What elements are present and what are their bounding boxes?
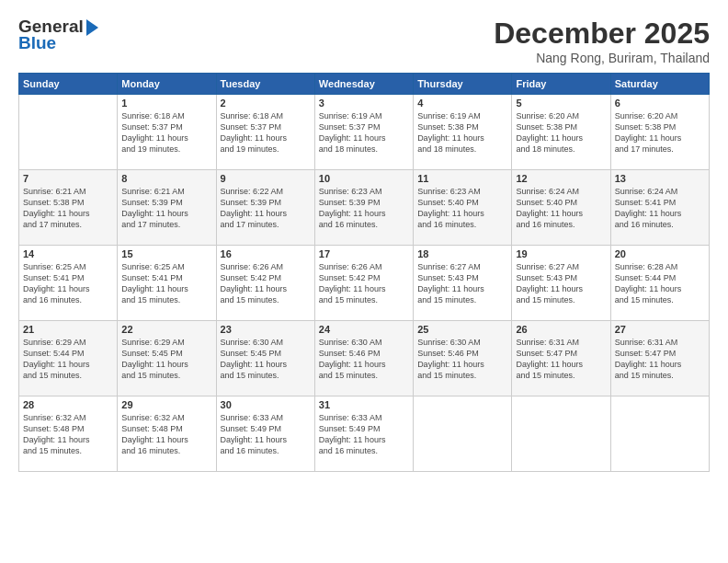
calendar-cell: 2Sunrise: 6:18 AM Sunset: 5:37 PM Daylig… (216, 95, 314, 170)
day-number: 24 (319, 324, 409, 335)
day-info: Sunrise: 6:18 AM Sunset: 5:37 PM Dayligh… (121, 110, 211, 155)
calendar-cell: 21Sunrise: 6:29 AM Sunset: 5:44 PM Dayli… (19, 321, 118, 396)
day-info: Sunrise: 6:27 AM Sunset: 5:43 PM Dayligh… (516, 261, 606, 306)
day-number: 14 (23, 248, 113, 259)
calendar-cell: 11Sunrise: 6:23 AM Sunset: 5:40 PM Dayli… (414, 170, 512, 246)
day-header-monday: Monday (118, 74, 216, 95)
calendar-cell: 8Sunrise: 6:21 AM Sunset: 5:39 PM Daylig… (118, 170, 216, 246)
page: General Blue December 2025 Nang Rong, Bu… (0, 0, 728, 563)
calendar-body: 1Sunrise: 6:18 AM Sunset: 5:37 PM Daylig… (19, 95, 710, 472)
day-info: Sunrise: 6:31 AM Sunset: 5:47 PM Dayligh… (615, 337, 705, 382)
header-row: SundayMondayTuesdayWednesdayThursdayFrid… (19, 74, 710, 95)
calendar-cell: 31Sunrise: 6:33 AM Sunset: 5:49 PM Dayli… (314, 396, 413, 472)
day-info: Sunrise: 6:20 AM Sunset: 5:38 PM Dayligh… (516, 110, 606, 155)
calendar-cell (19, 95, 118, 170)
calendar-cell (610, 396, 709, 472)
calendar-cell: 24Sunrise: 6:30 AM Sunset: 5:46 PM Dayli… (314, 321, 413, 396)
day-info: Sunrise: 6:28 AM Sunset: 5:44 PM Dayligh… (615, 261, 705, 306)
calendar-cell: 10Sunrise: 6:23 AM Sunset: 5:39 PM Dayli… (314, 170, 413, 246)
calendar-cell: 20Sunrise: 6:28 AM Sunset: 5:44 PM Dayli… (610, 246, 709, 321)
calendar-cell: 25Sunrise: 6:30 AM Sunset: 5:46 PM Dayli… (414, 321, 512, 396)
day-number: 25 (417, 324, 507, 335)
day-number: 26 (516, 324, 606, 335)
day-number: 23 (221, 324, 311, 335)
day-header-sunday: Sunday (19, 74, 118, 95)
day-number: 7 (23, 173, 113, 184)
day-info: Sunrise: 6:24 AM Sunset: 5:40 PM Dayligh… (516, 186, 606, 231)
calendar-cell: 22Sunrise: 6:29 AM Sunset: 5:45 PM Dayli… (118, 321, 216, 396)
day-number: 29 (121, 399, 211, 410)
week-row-3: 14Sunrise: 6:25 AM Sunset: 5:41 PM Dayli… (19, 246, 710, 321)
day-number: 10 (319, 173, 409, 184)
calendar-cell: 29Sunrise: 6:32 AM Sunset: 5:48 PM Dayli… (118, 396, 216, 472)
calendar-cell: 27Sunrise: 6:31 AM Sunset: 5:47 PM Dayli… (610, 321, 709, 396)
day-number: 28 (23, 399, 113, 410)
day-number: 13 (615, 173, 705, 184)
week-row-2: 7Sunrise: 6:21 AM Sunset: 5:38 PM Daylig… (19, 170, 710, 246)
calendar-cell: 3Sunrise: 6:19 AM Sunset: 5:37 PM Daylig… (314, 95, 413, 170)
calendar-cell: 9Sunrise: 6:22 AM Sunset: 5:39 PM Daylig… (216, 170, 314, 246)
day-header-wednesday: Wednesday (314, 74, 413, 95)
day-number: 11 (417, 173, 507, 184)
day-number: 15 (121, 248, 211, 259)
day-info: Sunrise: 6:33 AM Sunset: 5:49 PM Dayligh… (319, 412, 409, 457)
day-number: 1 (121, 98, 211, 109)
day-number: 19 (516, 248, 606, 259)
calendar-cell: 7Sunrise: 6:21 AM Sunset: 5:38 PM Daylig… (19, 170, 118, 246)
calendar-cell: 5Sunrise: 6:20 AM Sunset: 5:38 PM Daylig… (512, 95, 610, 170)
calendar-cell: 26Sunrise: 6:31 AM Sunset: 5:47 PM Dayli… (512, 321, 610, 396)
calendar-cell: 12Sunrise: 6:24 AM Sunset: 5:40 PM Dayli… (512, 170, 610, 246)
calendar-cell (512, 396, 610, 472)
calendar-cell: 14Sunrise: 6:25 AM Sunset: 5:41 PM Dayli… (19, 246, 118, 321)
day-header-tuesday: Tuesday (216, 74, 314, 95)
logo: General Blue (18, 17, 98, 53)
day-info: Sunrise: 6:26 AM Sunset: 5:42 PM Dayligh… (319, 261, 409, 306)
day-info: Sunrise: 6:32 AM Sunset: 5:48 PM Dayligh… (23, 412, 113, 457)
day-header-friday: Friday (512, 74, 610, 95)
day-number: 5 (516, 98, 606, 109)
header: General Blue December 2025 Nang Rong, Bu… (18, 17, 710, 65)
day-info: Sunrise: 6:25 AM Sunset: 5:41 PM Dayligh… (121, 261, 211, 306)
day-info: Sunrise: 6:32 AM Sunset: 5:48 PM Dayligh… (121, 412, 211, 457)
day-info: Sunrise: 6:30 AM Sunset: 5:46 PM Dayligh… (417, 337, 507, 382)
calendar-cell (414, 396, 512, 472)
calendar-cell: 30Sunrise: 6:33 AM Sunset: 5:49 PM Dayli… (216, 396, 314, 472)
day-info: Sunrise: 6:27 AM Sunset: 5:43 PM Dayligh… (417, 261, 507, 306)
day-number: 2 (221, 98, 311, 109)
calendar-cell: 15Sunrise: 6:25 AM Sunset: 5:41 PM Dayli… (118, 246, 216, 321)
day-info: Sunrise: 6:29 AM Sunset: 5:44 PM Dayligh… (23, 337, 113, 382)
day-number: 31 (319, 399, 409, 410)
day-number: 27 (615, 324, 705, 335)
day-header-saturday: Saturday (610, 74, 709, 95)
day-header-thursday: Thursday (414, 74, 512, 95)
day-number: 16 (221, 248, 311, 259)
calendar-cell: 19Sunrise: 6:27 AM Sunset: 5:43 PM Dayli… (512, 246, 610, 321)
day-number: 18 (417, 248, 507, 259)
day-info: Sunrise: 6:31 AM Sunset: 5:47 PM Dayligh… (516, 337, 606, 382)
day-info: Sunrise: 6:26 AM Sunset: 5:42 PM Dayligh… (221, 261, 311, 306)
day-number: 8 (121, 173, 211, 184)
calendar-cell: 16Sunrise: 6:26 AM Sunset: 5:42 PM Dayli… (216, 246, 314, 321)
day-number: 6 (615, 98, 705, 109)
day-info: Sunrise: 6:30 AM Sunset: 5:45 PM Dayligh… (221, 337, 311, 382)
day-info: Sunrise: 6:24 AM Sunset: 5:41 PM Dayligh… (615, 186, 705, 231)
logo-blue: Blue (18, 33, 56, 53)
day-number: 3 (319, 98, 409, 109)
day-number: 12 (516, 173, 606, 184)
location: Nang Rong, Buriram, Thailand (494, 51, 710, 65)
calendar-cell: 18Sunrise: 6:27 AM Sunset: 5:43 PM Dayli… (414, 246, 512, 321)
calendar-cell: 17Sunrise: 6:26 AM Sunset: 5:42 PM Dayli… (314, 246, 413, 321)
calendar-cell: 23Sunrise: 6:30 AM Sunset: 5:45 PM Dayli… (216, 321, 314, 396)
day-info: Sunrise: 6:21 AM Sunset: 5:38 PM Dayligh… (23, 186, 113, 231)
calendar: SundayMondayTuesdayWednesdayThursdayFrid… (18, 73, 710, 472)
day-info: Sunrise: 6:18 AM Sunset: 5:37 PM Dayligh… (221, 110, 311, 155)
day-info: Sunrise: 6:19 AM Sunset: 5:38 PM Dayligh… (417, 110, 507, 155)
calendar-cell: 13Sunrise: 6:24 AM Sunset: 5:41 PM Dayli… (610, 170, 709, 246)
day-info: Sunrise: 6:20 AM Sunset: 5:38 PM Dayligh… (615, 110, 705, 155)
day-info: Sunrise: 6:30 AM Sunset: 5:46 PM Dayligh… (319, 337, 409, 382)
month-title: December 2025 (494, 17, 710, 51)
day-info: Sunrise: 6:33 AM Sunset: 5:49 PM Dayligh… (221, 412, 311, 457)
day-info: Sunrise: 6:21 AM Sunset: 5:39 PM Dayligh… (121, 186, 211, 231)
day-number: 4 (417, 98, 507, 109)
calendar-cell: 6Sunrise: 6:20 AM Sunset: 5:38 PM Daylig… (610, 95, 709, 170)
